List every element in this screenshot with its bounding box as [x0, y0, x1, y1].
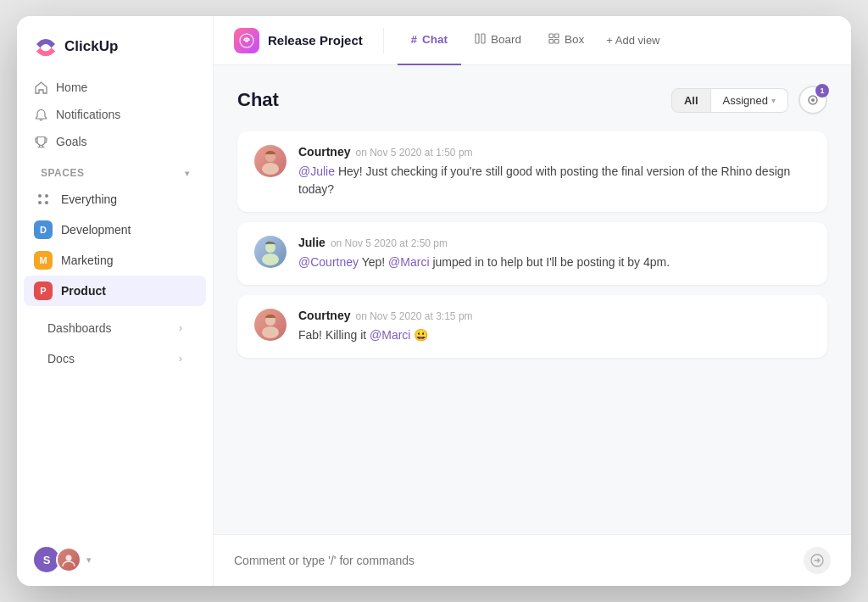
mention-courtney[interactable]: @Courtney [298, 255, 359, 269]
courtney-avatar-1 [254, 145, 287, 177]
clickup-logo-icon [34, 35, 58, 59]
message-3-text: Fab! Killing it @Marci 😀 [298, 326, 810, 344]
message-3-content: Courtney on Nov 5 2020 at 3:15 pm Fab! K… [298, 309, 810, 344]
message-2-meta: Julie on Nov 5 2020 at 2:50 pm [298, 236, 810, 249]
svg-point-3 [45, 201, 48, 204]
product-badge: P [34, 281, 53, 300]
svg-point-16 [262, 163, 279, 175]
tab-box-label: Box [565, 33, 584, 46]
sidebar-item-everything[interactable]: Everything [24, 184, 206, 215]
sidebar-product-label: Product [61, 284, 106, 298]
message-3-meta: Courtney on Nov 5 2020 at 3:15 pm [298, 309, 810, 322]
message-2-content: Julie on Nov 5 2020 at 2:50 pm @Courtney… [298, 236, 810, 271]
mention-marci[interactable]: @Marci [388, 255, 429, 269]
message-2-time: on Nov 5 2020 at 2:50 pm [331, 237, 448, 249]
message-3-time: on Nov 5 2020 at 3:15 pm [355, 310, 472, 322]
project-info: Release Project [234, 28, 384, 53]
sidebar-item-development[interactable]: D Development [24, 215, 206, 245]
tab-board[interactable]: Board [461, 16, 535, 65]
svg-rect-12 [555, 39, 559, 43]
svg-rect-8 [481, 34, 485, 43]
sidebar-item-goals[interactable]: Goals [24, 128, 206, 155]
sidebar-item-product[interactable]: P Product [24, 276, 206, 306]
svg-point-6 [245, 39, 248, 42]
tab-board-label: Board [491, 33, 521, 46]
comment-input[interactable] [234, 554, 795, 567]
sidebar-marketing-label: Marketing [61, 254, 113, 267]
filter-all-button[interactable]: All [671, 88, 711, 113]
svg-point-2 [38, 201, 42, 204]
sidebar-item-docs[interactable]: Docs › [31, 343, 199, 374]
board-tab-icon [475, 33, 486, 47]
app-window: ClickUp Home Notifications Goals [17, 16, 851, 586]
courtney-avatar-2 [254, 309, 287, 341]
home-icon [34, 81, 47, 94]
tab-chat-label: Chat [422, 33, 448, 46]
sidebar-item-dashboards[interactable]: Dashboards › [31, 313, 199, 343]
sidebar-nav: Home Notifications Goals Spaces ▾ [17, 74, 213, 533]
svg-point-21 [262, 326, 279, 338]
svg-rect-9 [549, 34, 554, 38]
marketing-badge: M [34, 251, 53, 270]
message-2-text: @Courtney Yep! @Marci jumped in to help … [298, 254, 810, 271]
svg-rect-10 [555, 34, 559, 38]
chat-tab-icon: # [411, 33, 417, 46]
svg-point-19 [262, 254, 279, 265]
spaces-section-header: Spaces ▾ [24, 155, 206, 184]
user-avatar-2[interactable] [56, 547, 81, 572]
sidebar-item-home-label: Home [56, 81, 87, 94]
message-3: Courtney on Nov 5 2020 at 3:15 pm Fab! K… [237, 295, 827, 358]
logo[interactable]: ClickUp [17, 16, 213, 74]
box-tab-icon [548, 33, 559, 47]
footer-chevron[interactable]: ▾ [86, 555, 92, 566]
chat-header: Chat All Assigned ▾ 1 [237, 86, 827, 114]
trophy-icon [34, 135, 47, 148]
development-badge: D [34, 220, 53, 239]
docs-label: Docs [47, 352, 75, 365]
svg-point-14 [811, 98, 815, 102]
message-2-author: Julie [298, 236, 326, 249]
svg-point-1 [45, 194, 48, 198]
message-1: Courtney on Nov 5 2020 at 1:50 pm @Julie… [237, 131, 827, 212]
messages-container: Courtney on Nov 5 2020 at 1:50 pm @Julie… [237, 131, 827, 514]
project-name: Release Project [268, 33, 363, 47]
add-view-button[interactable]: + Add view [598, 29, 668, 52]
message-1-content: Courtney on Nov 5 2020 at 1:50 pm @Julie… [298, 145, 810, 198]
add-view-label: + Add view [606, 34, 659, 47]
sidebar-item-home[interactable]: Home [24, 74, 206, 101]
watch-button[interactable]: 1 [798, 86, 827, 114]
dashboards-chevron: › [179, 322, 182, 334]
tab-box[interactable]: Box [535, 16, 598, 65]
chat-area: Chat All Assigned ▾ 1 [214, 65, 851, 534]
sidebar-footer: S ▾ [17, 533, 213, 586]
assigned-chevron: ▾ [771, 96, 776, 105]
tabs-container: # Chat Board Box + Add view [384, 16, 831, 65]
chat-title: Chat [237, 89, 279, 111]
julie-avatar [254, 236, 287, 268]
main-content: Release Project # Chat Board Bo [214, 16, 851, 586]
mention-julie[interactable]: @Julie [298, 164, 335, 178]
filter-assigned-button[interactable]: Assigned ▾ [711, 88, 788, 113]
sidebar-item-notifications[interactable]: Notifications [24, 101, 206, 128]
spaces-chevron[interactable]: ▾ [185, 169, 190, 178]
sidebar-item-notifications-label: Notifications [56, 108, 120, 121]
mention-marci-2[interactable]: @Marci [370, 328, 410, 342]
message-3-author: Courtney [298, 309, 350, 322]
message-1-meta: Courtney on Nov 5 2020 at 1:50 pm [298, 145, 810, 159]
sidebar-everything-label: Everything [61, 192, 117, 206]
watch-badge: 1 [815, 84, 829, 98]
dashboards-label: Dashboards [47, 321, 112, 335]
tab-chat[interactable]: # Chat [398, 16, 461, 65]
message-1-time: on Nov 5 2020 at 1:50 pm [355, 147, 472, 159]
sidebar: ClickUp Home Notifications Goals [17, 16, 214, 586]
chat-filters: All Assigned ▾ [671, 88, 788, 113]
svg-rect-11 [549, 39, 554, 43]
svg-point-0 [38, 194, 42, 198]
app-name: ClickUp [64, 38, 118, 55]
docs-chevron: › [179, 353, 182, 365]
bell-icon [34, 108, 47, 121]
sidebar-item-marketing[interactable]: M Marketing [24, 245, 206, 276]
message-2: Julie on Nov 5 2020 at 2:50 pm @Courtney… [237, 222, 827, 285]
message-1-author: Courtney [298, 145, 350, 159]
send-button[interactable] [804, 547, 831, 574]
